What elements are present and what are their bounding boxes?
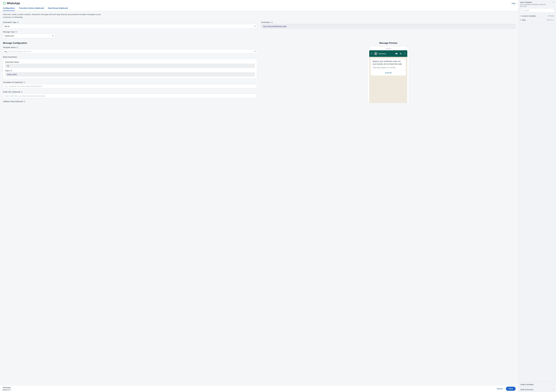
footer-node-id: Node ID: 3 <box>3 389 11 391</box>
param-value-input[interactable]: $(otp_value) <box>5 72 255 76</box>
output-variables-label: Output Variables <box>520 383 534 385</box>
node-outcomes-row[interactable]: Node Outcomes <box>518 387 556 392</box>
intro-text: Send text, media, contact, location, int… <box>3 13 110 19</box>
info-icon[interactable]: i <box>15 31 17 33</box>
param-name-input: otp <box>5 64 255 68</box>
tab-transition-actions[interactable]: Transition Actions (Optional) <box>19 6 44 11</box>
param-name-value: otp <box>7 65 9 67</box>
svg-point-5 <box>405 54 405 54</box>
template-name-value: wa_redacted template name here <box>5 50 31 53</box>
destination-input[interactable]: $(n2.inboundWebhook.waid) <box>261 24 516 29</box>
tab-configuration[interactable]: Configuration <box>3 6 15 11</box>
info-icon[interactable]: i <box>23 101 25 102</box>
phone-preview: Business <box>368 46 409 103</box>
message-body: $(otp) is your verification code. For yo… <box>371 58 406 67</box>
info-icon[interactable]: i <box>271 22 273 23</box>
tree-item-custom-variables[interactable]: Custom Variables [F26492] <box>520 14 554 18</box>
input-variables-subtitle: List of variables available as input for… <box>520 4 548 7</box>
avatar-icon <box>374 52 378 55</box>
param-value-label: Value <box>5 70 10 72</box>
chevron-right-icon <box>553 384 554 385</box>
param-name-label: Parameter Name <box>5 61 19 63</box>
message-preview-header: Message Preview <box>379 42 397 44</box>
tree-item-tag: [F26492] <box>548 15 554 17</box>
tab-data-stream[interactable]: Data Stream (Optional) <box>48 6 68 11</box>
help-link[interactable]: Help <box>512 2 515 4</box>
destination-value: $(n2.inboundWebhook.waid) <box>263 25 287 28</box>
info-icon[interactable]: i <box>10 70 12 72</box>
message-bubble: $(otp) is your verification code. For yo… <box>371 58 406 76</box>
template-name-label: Template Name <box>3 46 16 48</box>
message-config-header: Message Configuration <box>3 42 257 44</box>
chevron-down-icon <box>254 51 255 52</box>
svg-point-3 <box>405 53 405 53</box>
chevron-right-icon <box>553 389 554 390</box>
chevron-down-icon <box>254 26 255 27</box>
correlation-id-label: Correlation ID (Optional) <box>3 81 23 83</box>
notify-url-label: Notify URL (Optional) <box>3 91 20 93</box>
param-value-value: $(otp_value) <box>7 73 17 75</box>
svg-rect-2 <box>395 53 397 54</box>
message-type-value: TEMPLATE <box>5 35 14 37</box>
svg-point-1 <box>375 53 376 53</box>
notify-url-input[interactable] <box>3 94 257 98</box>
destination-label: Destination <box>261 21 270 23</box>
tree-item-label: Custom Variables <box>522 15 536 17</box>
destination-type-select[interactable]: WA ID <box>3 24 257 29</box>
triangle-right-icon <box>520 19 521 21</box>
tree-item-start[interactable]: Start Node ID: 2 <box>520 18 554 22</box>
phone-speaker <box>385 48 391 49</box>
svg-point-6 <box>522 10 523 11</box>
chevron-down-icon <box>52 36 54 36</box>
correlation-id-input[interactable] <box>3 84 257 89</box>
info-icon[interactable]: i <box>21 91 23 93</box>
collapse-icon[interactable] <box>553 1 554 3</box>
footer-node-name: WhatsApp <box>3 386 11 389</box>
whatsapp-icon <box>3 2 6 5</box>
info-icon[interactable]: i <box>16 46 18 48</box>
svg-point-4 <box>405 53 405 54</box>
autofill-button[interactable]: Auto-fill <box>371 70 406 76</box>
whatsapp-header: Business <box>369 50 407 57</box>
phone-icon <box>400 52 402 55</box>
info-icon[interactable]: i <box>17 22 19 23</box>
body-parameters-header: Body Parameters <box>3 56 17 58</box>
input-variables-title[interactable]: Input Variables <box>520 1 548 3</box>
info-icon[interactable]: i <box>23 82 25 83</box>
callback-data-label: Callback Data (Optional) <box>3 100 23 102</box>
svg-line-7 <box>523 11 523 11</box>
tree-item-tag: Node ID: 2 <box>547 19 554 21</box>
tree-item-label: Start <box>522 19 526 21</box>
message-type-select[interactable]: TEMPLATE <box>3 34 55 38</box>
destination-type-label: Destination Type <box>3 21 16 23</box>
destination-type-value: WA ID <box>5 25 10 27</box>
variables-search[interactable] <box>520 8 554 13</box>
cancel-button[interactable]: Cancel <box>495 387 504 391</box>
triangle-right-icon <box>520 15 521 17</box>
message-hint: This code expires in 2 minutes <box>371 67 406 70</box>
output-variables-row[interactable]: Output Variables <box>518 382 556 387</box>
save-button[interactable]: Save <box>506 387 516 391</box>
message-type-label: Message Type <box>3 31 15 33</box>
video-icon <box>395 52 398 55</box>
body-parameter-box: Parameter Name otp Value i <box>3 59 257 79</box>
template-name-select[interactable]: wa_redacted template name here <box>3 49 257 54</box>
node-outcomes-label: Node Outcomes <box>520 388 533 391</box>
page-title: WhatsApp <box>7 2 20 5</box>
back-arrow-icon <box>371 53 373 55</box>
search-icon <box>521 10 523 11</box>
business-name: Business <box>379 53 386 55</box>
more-vert-icon <box>404 52 406 55</box>
variables-search-input[interactable] <box>524 9 553 11</box>
